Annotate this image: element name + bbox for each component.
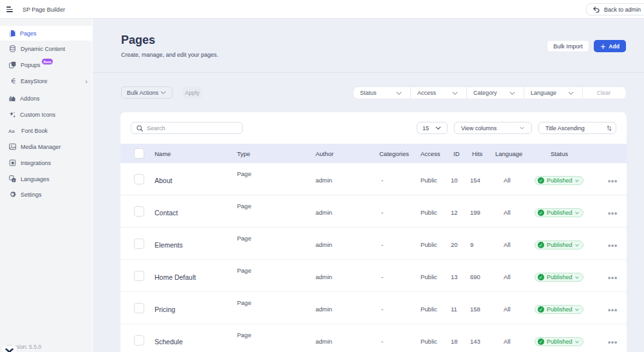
svg-text:Aa: Aa: [8, 128, 15, 134]
